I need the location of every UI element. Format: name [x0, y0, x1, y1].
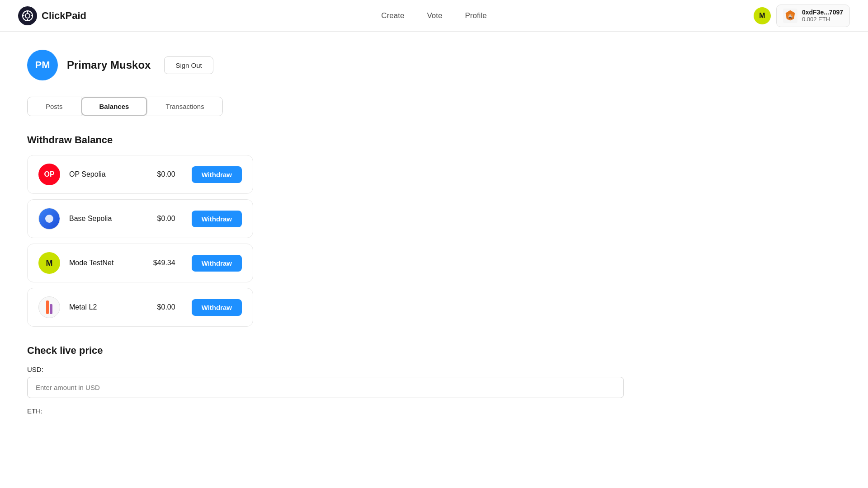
- metal-l2-balance: $0.00: [157, 303, 175, 311]
- op-sepolia-balance: $0.00: [157, 170, 175, 178]
- usd-input[interactable]: [27, 377, 624, 398]
- wallet-address: 0xdF3e...7097: [802, 9, 843, 16]
- withdraw-section: Withdraw Balance OP OP Sepolia $0.00 Wit…: [27, 134, 841, 327]
- tab-balances[interactable]: Balances: [81, 97, 148, 116]
- base-sepolia-icon: [38, 208, 60, 230]
- logo-icon: [18, 6, 37, 25]
- mode-testnet-balance: $49.34: [153, 259, 175, 267]
- wallet-info: 0xdF3e...7097 0.002 ETH: [802, 9, 843, 23]
- op-sepolia-icon: OP: [38, 164, 60, 185]
- balance-card-base-sepolia: Base Sepolia $0.00 Withdraw: [27, 199, 253, 238]
- balance-card-metal-l2: Metal L2 $0.00 Withdraw: [27, 288, 253, 327]
- svg-point-1: [25, 14, 30, 18]
- user-name: Primary Muskox: [67, 59, 151, 71]
- svg-point-15: [788, 14, 789, 16]
- op-sepolia-name: OP Sepolia: [69, 170, 148, 178]
- user-avatar-small[interactable]: M: [754, 7, 771, 24]
- nav-create[interactable]: Create: [381, 11, 404, 20]
- balance-card-op-sepolia: OP OP Sepolia $0.00 Withdraw: [27, 155, 253, 194]
- usd-label: USD:: [27, 366, 841, 373]
- metal-l2-icon: [38, 296, 60, 318]
- base-sepolia-balance: $0.00: [157, 215, 175, 223]
- tab-transactions[interactable]: Transactions: [147, 97, 222, 116]
- base-sepolia-withdraw-button[interactable]: Withdraw: [192, 211, 242, 227]
- profile-row: PM Primary Muskox Sign Out: [27, 50, 841, 80]
- eth-label: ETH:: [27, 407, 841, 415]
- metal-l2-withdraw-button[interactable]: Withdraw: [192, 299, 242, 316]
- nav-profile[interactable]: Profile: [465, 11, 486, 20]
- wallet-balance: 0.002 ETH: [802, 16, 843, 23]
- metamask-icon: [783, 9, 797, 23]
- base-sepolia-name: Base Sepolia: [69, 215, 148, 223]
- main-content: PM Primary Muskox Sign Out Posts Balance…: [0, 32, 868, 436]
- header: ClickPaid Create Vote Profile M: [0, 0, 868, 32]
- wallet-badge[interactable]: 0xdF3e...7097 0.002 ETH: [776, 5, 850, 27]
- mode-testnet-withdraw-button[interactable]: Withdraw: [192, 255, 242, 272]
- sign-out-button[interactable]: Sign Out: [164, 56, 213, 74]
- metal-l2-name: Metal L2: [69, 303, 148, 311]
- logo[interactable]: ClickPaid: [18, 6, 86, 25]
- mode-testnet-icon: M: [38, 252, 60, 274]
- user-avatar-large: PM: [27, 50, 58, 80]
- nav-vote[interactable]: Vote: [427, 11, 442, 20]
- mode-testnet-name: Mode TestNet: [69, 259, 144, 267]
- main-nav: Create Vote Profile: [381, 11, 486, 20]
- header-right: M 0xdF3e...7097: [754, 5, 850, 27]
- check-price-section: Check live price USD: ETH:: [27, 345, 841, 415]
- balance-card-mode-testnet: M Mode TestNet $49.34 Withdraw: [27, 244, 253, 282]
- svg-point-16: [791, 14, 793, 16]
- op-sepolia-withdraw-button[interactable]: Withdraw: [192, 166, 242, 183]
- withdraw-title: Withdraw Balance: [27, 134, 841, 146]
- tab-posts[interactable]: Posts: [28, 97, 81, 116]
- tabs: Posts Balances Transactions: [27, 97, 223, 116]
- logo-text: ClickPaid: [42, 10, 86, 22]
- check-price-title: Check live price: [27, 345, 841, 357]
